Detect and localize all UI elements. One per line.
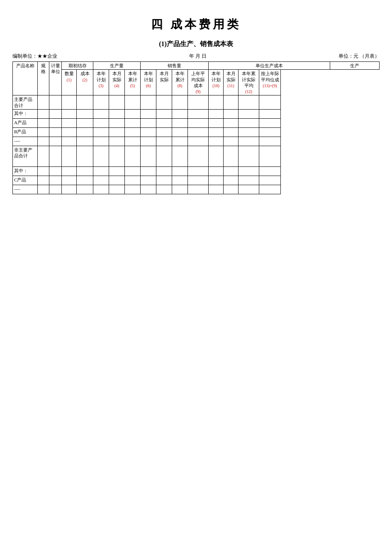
table-row: A产品 — [13, 119, 380, 128]
col-cost-init: 成本(2) — [77, 70, 93, 95]
sub-title: (1)产品生产、销售成本表 — [12, 40, 380, 49]
col-prod-plan-year: 本年计划(3) — [93, 70, 109, 95]
col-sales-cumul-year: 本年累计(8) — [172, 70, 188, 95]
header-row-1: 产品名称 规格 计量单位 期初结存 生产量 销售量 单位生产成本 生产 — [13, 62, 380, 70]
meta-company: 编制单位：★★企业 — [12, 53, 57, 60]
col-sales-actual-month: 本月实际 — [156, 70, 172, 95]
col-group-production: 生产量 — [93, 62, 141, 70]
col-spec: 规格 — [38, 62, 49, 95]
table-row: 其中： — [13, 167, 380, 176]
row-label: ---- — [13, 185, 38, 194]
col-group-initial: 期初结存 — [62, 62, 93, 70]
meta-date: 年 月 日 — [189, 53, 207, 60]
row-label: 非主要产品合计 — [13, 146, 38, 167]
col-unit: 计量单位 — [49, 62, 62, 95]
row-label: B产品 — [13, 128, 38, 137]
col-group-unit-cost: 单位生产成本 — [209, 62, 330, 70]
col-unit-cost-prev-basis: 按上年际平均位成(13)=(9) — [259, 70, 281, 95]
row-label: 其中： — [13, 110, 38, 119]
col-product-name: 产品名称 — [13, 62, 38, 95]
col-group-sales: 销售量 — [141, 62, 209, 70]
col-unit-cost-actual-month: 本月实际(11) — [224, 70, 239, 95]
table-row: ---- — [13, 185, 380, 194]
meta-unit: 单位：元 （月表） — [338, 53, 380, 60]
col-prod-actual-month: 本月实际(4) — [109, 70, 125, 95]
table-row: 非主要产品合计 — [13, 146, 380, 167]
table-row: 主要产品合计 — [13, 95, 380, 110]
col-qty: 数量(1) — [62, 70, 77, 95]
col-unit-cost-cumul-avg: 本年累计实际平均(12) — [239, 70, 259, 95]
table-row: B产品 — [13, 128, 380, 137]
col-group-production-cost: 生产 — [330, 62, 380, 70]
col-prod-cumul-year: 本年累计(5) — [125, 70, 141, 95]
col-sales-plan-year: 本年计划(6) — [141, 70, 156, 95]
row-label: A产品 — [13, 119, 38, 128]
table-container: 产品名称 规格 计量单位 期初结存 生产量 销售量 单位生产成本 生产 数量(1… — [12, 61, 380, 194]
main-table: 产品名称 规格 计量单位 期初结存 生产量 销售量 单位生产成本 生产 数量(1… — [12, 61, 380, 194]
col-unit-cost-plan-year: 本年计划(10) — [209, 70, 224, 95]
row-label: 其中： — [13, 167, 38, 176]
meta-row: 编制单位：★★企业 年 月 日 单位：元 （月表） — [12, 53, 380, 60]
page-title: 四 成本费用类 — [12, 17, 380, 32]
row-label: 主要产品合计 — [13, 95, 38, 110]
table-row: C产品 — [13, 176, 380, 185]
row-label: C产品 — [13, 176, 38, 185]
table-row: 其中： — [13, 110, 380, 119]
row-label: ---- — [13, 137, 38, 146]
col-unit-cost-prev-avg: 上年平均实际成本(9) — [188, 70, 209, 95]
table-row: ---- — [13, 137, 380, 146]
